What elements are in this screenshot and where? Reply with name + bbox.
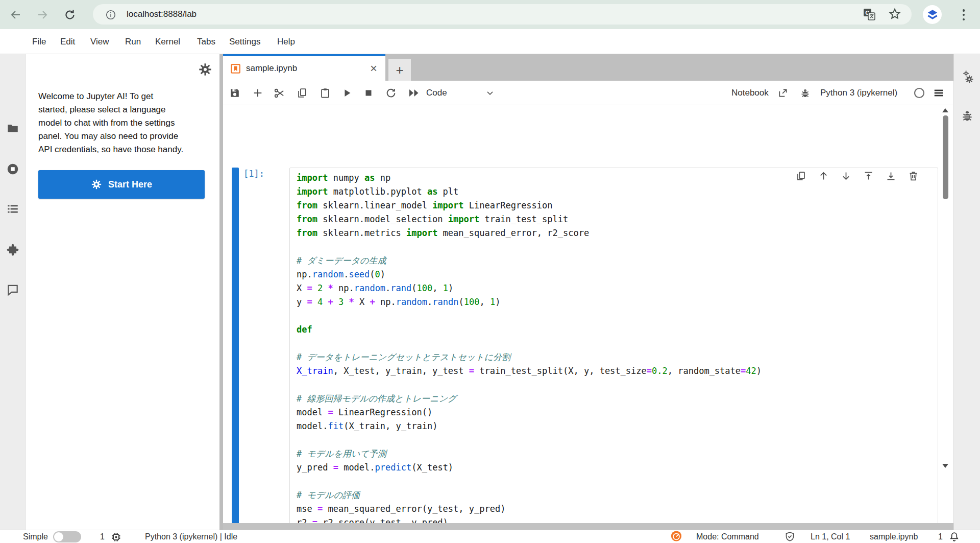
- move-cell-up-icon[interactable]: [817, 170, 829, 182]
- code-line: [297, 337, 938, 350]
- code-line: mse = mean_squared_error(y_test, y_pred): [297, 502, 938, 516]
- running-sessions-icon[interactable]: [6, 162, 19, 176]
- ai-settings-gear-icon[interactable]: [198, 62, 212, 77]
- translate-icon[interactable]: G: [863, 8, 876, 21]
- simple-mode-toggle[interactable]: [53, 531, 81, 542]
- jupyter-orange-status-icon[interactable]: [671, 530, 682, 541]
- menu-view[interactable]: View: [88, 29, 111, 54]
- code-line: [297, 433, 938, 447]
- main-dock-panel: sample.ipynb × +: [223, 54, 953, 530]
- tab-sample-ipynb[interactable]: sample.ipynb ×: [223, 54, 385, 81]
- address-bar[interactable]: localhost:8888/lab G: [93, 4, 912, 25]
- toolbar-overflow-menu-icon[interactable]: [933, 87, 945, 99]
- insert-cell-above-icon[interactable]: [862, 170, 874, 182]
- browser-forward-button[interactable]: [35, 7, 50, 22]
- active-cell-indicator[interactable]: [232, 168, 239, 523]
- new-launcher-button[interactable]: +: [388, 59, 411, 81]
- command-mode-indicator[interactable]: Mode: Command: [696, 530, 759, 543]
- code-line: y_pred = model.predict(X_test): [297, 461, 938, 475]
- kernel-name-label[interactable]: Python 3 (ipykernel): [820, 81, 897, 105]
- code-line: [297, 309, 938, 323]
- code-line: np.random.seed(0): [297, 268, 938, 281]
- browser-menu-button[interactable]: [960, 8, 968, 21]
- chat-icon[interactable]: [6, 283, 19, 296]
- code-line: from sklearn.linear_model import LinearR…: [297, 199, 938, 213]
- workspace: Welcome to Jupyter AI! To get started, p…: [0, 54, 980, 530]
- notebook-file-icon: [230, 63, 241, 74]
- table-of-contents-icon[interactable]: [6, 202, 19, 216]
- browser-reload-button[interactable]: [62, 7, 78, 22]
- menu-edit[interactable]: Edit: [58, 29, 77, 54]
- menu-help[interactable]: Help: [275, 29, 297, 54]
- start-here-button[interactable]: Start Here: [38, 170, 205, 199]
- kernel-status-text[interactable]: Python 3 (ipykernel) | Idle: [145, 530, 237, 543]
- code-line: from sklearn.model_selection import trai…: [297, 213, 938, 226]
- code-line: # 線形回帰モデルの作成とトレーニング: [297, 392, 938, 406]
- browser-back-button[interactable]: [8, 7, 23, 22]
- status-bar: Simple 1 Python 3 (ipykernel) | Idle Mod…: [0, 530, 980, 543]
- stop-kernel-icon[interactable]: [362, 87, 375, 99]
- cut-cells-icon[interactable]: [273, 87, 285, 99]
- bookmark-star-icon[interactable]: [888, 7, 901, 20]
- property-inspector-gears-icon[interactable]: [961, 69, 975, 84]
- url-text[interactable]: localhost:8888/lab: [127, 9, 197, 19]
- move-cell-down-icon[interactable]: [840, 170, 852, 182]
- toggle-knob: [54, 532, 63, 541]
- file-browser-icon[interactable]: [6, 122, 19, 135]
- dock-tab-bar: sample.ipynb × +: [223, 54, 953, 81]
- copy-cells-icon[interactable]: [296, 87, 308, 99]
- notebook-tools-label[interactable]: Notebook: [731, 81, 769, 105]
- code-line: X_train, X_test, y_train, y_test = train…: [297, 364, 938, 378]
- code-line: [297, 475, 938, 488]
- code-line: [297, 378, 938, 392]
- layers-extension-icon: [926, 8, 939, 21]
- extension-manager-icon[interactable]: [6, 243, 19, 256]
- notification-bell-icon[interactable]: [948, 531, 960, 542]
- code-line: # ダミーデータの生成: [297, 254, 938, 268]
- debugger-panel-bug-icon[interactable]: [961, 109, 975, 124]
- menu-kernel[interactable]: Kernel: [153, 29, 182, 54]
- paste-cells-icon[interactable]: [319, 87, 331, 99]
- code-line: model = LinearRegression(): [297, 406, 938, 419]
- browser-extension-button[interactable]: [923, 5, 942, 24]
- panel-splitter[interactable]: [219, 54, 223, 530]
- jupyter-ai-panel: Welcome to Jupyter AI! To get started, p…: [26, 54, 219, 530]
- back-arrow-icon: [10, 9, 22, 21]
- code-line: # モデルの評価: [297, 488, 938, 502]
- save-icon[interactable]: [229, 87, 241, 99]
- delete-cell-icon[interactable]: [907, 170, 919, 182]
- insert-cell-below-icon[interactable]: [885, 170, 897, 182]
- scrollbar-down-arrow[interactable]: [941, 463, 950, 470]
- restart-run-all-icon[interactable]: [408, 87, 420, 99]
- tab-close-icon[interactable]: ×: [370, 63, 377, 74]
- trust-shield-icon[interactable]: [784, 531, 795, 542]
- scrollbar-up-arrow[interactable]: [941, 107, 950, 114]
- menu-tabs[interactable]: Tabs: [195, 29, 217, 54]
- kernel-chip-icon[interactable]: [110, 531, 121, 542]
- insert-cell-icon[interactable]: [252, 87, 264, 99]
- duplicate-cell-icon[interactable]: [795, 170, 807, 182]
- menu-settings[interactable]: Settings: [227, 29, 262, 54]
- cursor-position[interactable]: Ln 1, Col 1: [811, 530, 850, 543]
- menu-run[interactable]: Run: [123, 29, 143, 54]
- notebook-scroll-area: [1]: import numpy as npimport matplotlib…: [223, 105, 953, 523]
- vertical-scrollbar-thumb[interactable]: [943, 115, 948, 199]
- cell-type-dropdown[interactable]: Code: [426, 85, 503, 101]
- cell-type-value: Code: [426, 88, 447, 98]
- code-editor[interactable]: import numpy as npimport matplotlib.pypl…: [289, 168, 938, 523]
- kernel-status-circle-icon[interactable]: [913, 87, 925, 99]
- active-file-name[interactable]: sample.ipynb: [870, 530, 918, 543]
- chevron-down-icon: [485, 88, 495, 98]
- run-cell-icon[interactable]: [341, 87, 353, 99]
- debugger-bug-icon[interactable]: [799, 87, 811, 99]
- forward-arrow-icon: [36, 9, 48, 21]
- notification-count[interactable]: 1: [938, 530, 943, 543]
- menu-file[interactable]: File: [30, 29, 48, 54]
- start-here-label: Start Here: [108, 179, 152, 190]
- kernel-sessions-count[interactable]: 1: [100, 530, 105, 543]
- external-link-icon[interactable]: [777, 87, 789, 99]
- restart-kernel-icon[interactable]: [385, 87, 397, 99]
- site-info-icon[interactable]: [104, 8, 117, 21]
- ai-welcome-text: Welcome to Jupyter AI! To get started, p…: [38, 90, 184, 156]
- code-line: def: [297, 323, 938, 337]
